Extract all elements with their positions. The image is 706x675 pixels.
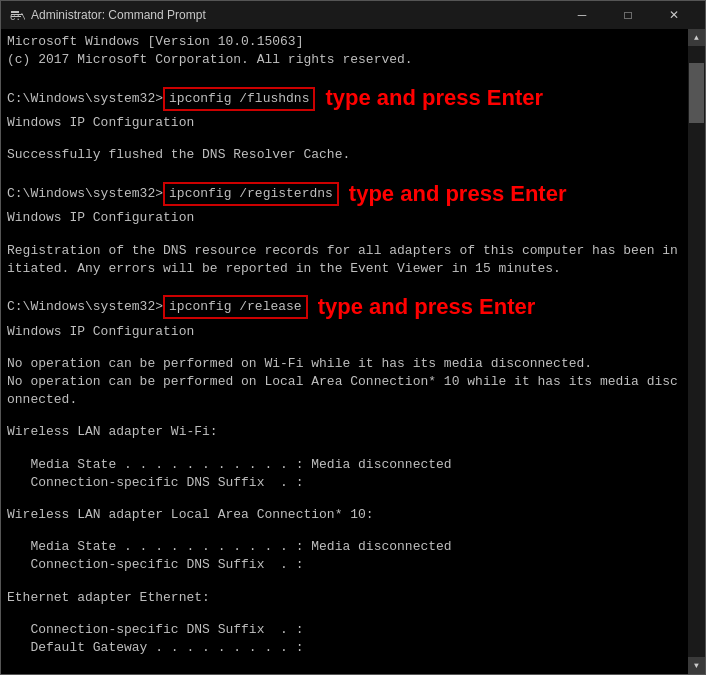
wireless-adapter-loc: Wireless LAN adapter Local Area Connecti… bbox=[7, 506, 682, 524]
window-controls: ─ □ ✕ bbox=[559, 1, 697, 29]
terminal[interactable]: Microsoft Windows [Version 10.0.15063] (… bbox=[1, 29, 688, 674]
scrollbar[interactable]: ▲ ▼ bbox=[688, 29, 705, 674]
annotation-1: type and press Enter bbox=[325, 83, 543, 114]
cmd-icon: C:\_ bbox=[9, 7, 25, 23]
win-ip-conf-1: Windows IP Configuration bbox=[7, 114, 682, 132]
prompt-2: C:\Windows\system32> bbox=[7, 185, 163, 203]
scroll-down-arrow[interactable]: ▼ bbox=[688, 657, 705, 674]
annotation-3: type and press Enter bbox=[318, 292, 536, 323]
no-op-loc2: onnected. bbox=[7, 391, 682, 409]
dns-reg-line1: Registration of the DNS resource records… bbox=[7, 242, 682, 260]
title-bar: C:\_ Administrator: Command Prompt ─ □ ✕ bbox=[1, 1, 705, 29]
copyright-line: (c) 2017 Microsoft Corporation. All righ… bbox=[7, 51, 682, 69]
no-op-loc1: No operation can be performed on Local A… bbox=[7, 373, 682, 391]
cmd-line-2: C:\Windows\system32> ipconfig /registerd… bbox=[7, 179, 682, 210]
dns-suffix-wifi: Connection-specific DNS Suffix . : bbox=[7, 474, 682, 492]
cmd-line-3: C:\Windows\system32> ipconfig /release t… bbox=[7, 292, 682, 323]
minimize-button[interactable]: ─ bbox=[559, 1, 605, 29]
cmd-window: C:\_ Administrator: Command Prompt ─ □ ✕… bbox=[0, 0, 706, 675]
cmd-line-1: C:\Windows\system32> ipconfig /flushdns … bbox=[7, 83, 682, 114]
close-button[interactable]: ✕ bbox=[651, 1, 697, 29]
cmd-line-4: C:\Windows\system32> ipconfig /renew typ… bbox=[7, 671, 682, 674]
cmd-box-3: ipconfig /release bbox=[163, 295, 308, 319]
ethernet-adapter: Ethernet adapter Ethernet: bbox=[7, 589, 682, 607]
dns-suffix-loc: Connection-specific DNS Suffix . : bbox=[7, 556, 682, 574]
content-area: Microsoft Windows [Version 10.0.15063] (… bbox=[1, 29, 705, 674]
maximize-button[interactable]: □ bbox=[605, 1, 651, 29]
dns-reg-line2: itiated. Any errors will be reported in … bbox=[7, 260, 682, 278]
annotation-4: type and press Enter bbox=[302, 671, 520, 674]
annotation-2: type and press Enter bbox=[349, 179, 567, 210]
wireless-adapter-wifi: Wireless LAN adapter Wi-Fi: bbox=[7, 423, 682, 441]
scroll-up-arrow[interactable]: ▲ bbox=[688, 29, 705, 46]
default-gw: Default Gateway . . . . . . . . . : bbox=[7, 639, 682, 657]
media-state-wifi: Media State . . . . . . . . . . . : Medi… bbox=[7, 456, 682, 474]
cmd-box-2: ipconfig /registerdns bbox=[163, 182, 339, 206]
conn-dns-suffix: Connection-specific DNS Suffix . : bbox=[7, 621, 682, 639]
prompt-3: C:\Windows\system32> bbox=[7, 298, 163, 316]
version-line: Microsoft Windows [Version 10.0.15063] bbox=[7, 33, 682, 51]
media-state-loc: Media State . . . . . . . . . . . : Medi… bbox=[7, 538, 682, 556]
prompt-1: C:\Windows\system32> bbox=[7, 90, 163, 108]
scroll-thumb[interactable] bbox=[689, 63, 704, 123]
win-ip-conf-2: Windows IP Configuration bbox=[7, 209, 682, 227]
svg-text:C:\_: C:\_ bbox=[10, 13, 25, 23]
window-title: Administrator: Command Prompt bbox=[31, 8, 559, 22]
no-op-wifi: No operation can be performed on Wi-Fi w… bbox=[7, 355, 682, 373]
cmd-box-1: ipconfig /flushdns bbox=[163, 87, 315, 111]
flush-success: Successfully flushed the DNS Resolver Ca… bbox=[7, 146, 682, 164]
win-ip-conf-3: Windows IP Configuration bbox=[7, 323, 682, 341]
